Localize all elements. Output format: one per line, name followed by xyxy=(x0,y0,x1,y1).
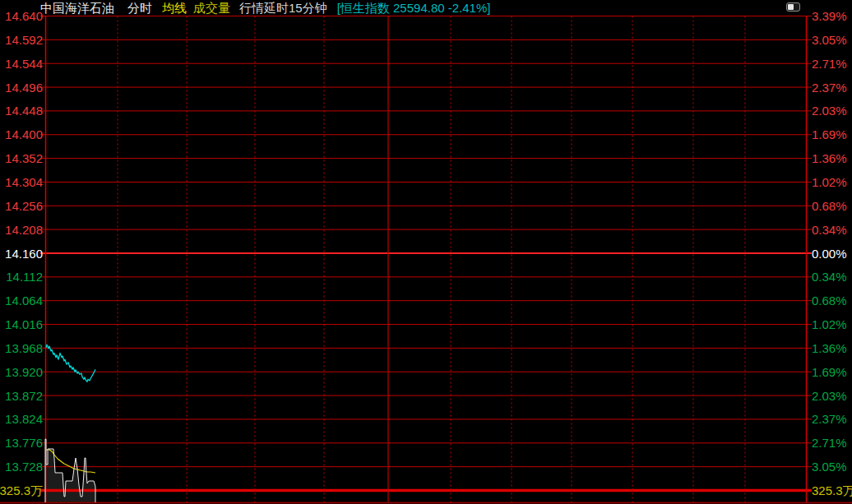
pct-axis-label: 2.71% xyxy=(812,57,847,71)
price-axis-label: 14.352 xyxy=(5,151,43,165)
pct-axis-label: 0.34% xyxy=(812,223,847,237)
pct-axis-label: 1.36% xyxy=(812,151,847,165)
price-axis-label: 14.592 xyxy=(5,33,43,47)
price-axis-label: 13.776 xyxy=(5,436,43,450)
volume-scale-label-left: 325.3万 xyxy=(0,483,43,497)
pct-axis-label: 0.68% xyxy=(812,199,847,213)
pct-axis-label: 0.68% xyxy=(812,294,847,307)
price-axis-label: 14.064 xyxy=(5,294,43,307)
price-axis-label: 14.160 xyxy=(5,247,43,261)
price-axis-label: 14.448 xyxy=(5,104,43,118)
timeshare-chart[interactable]: 14.64014.59214.54414.49614.44814.40014.3… xyxy=(0,0,852,504)
pct-axis-label: 2.03% xyxy=(812,104,847,118)
price-axis-label: 14.640 xyxy=(5,9,43,23)
price-axis-label: 14.304 xyxy=(5,175,43,189)
price-axis-label: 13.872 xyxy=(5,389,43,403)
pct-axis-label: 3.05% xyxy=(812,33,847,47)
price-axis-label: 14.016 xyxy=(5,317,43,331)
price-axis-label: 14.256 xyxy=(5,199,43,213)
pct-axis-label: 2.37% xyxy=(812,81,847,95)
minute-price-line xyxy=(46,344,95,381)
pct-axis-label: 3.05% xyxy=(812,460,847,474)
pct-axis-label: 1.02% xyxy=(812,175,847,189)
pct-axis-label: 0.00% xyxy=(812,247,847,261)
price-axis-label: 14.544 xyxy=(5,57,43,71)
price-axis-label: 13.824 xyxy=(5,412,43,426)
stock-timeshare-screen: 中国海洋石油 分时 均线 成交量 行情延时15分钟 [恒生指数 25594.80… xyxy=(0,0,852,504)
pct-axis-label: 2.37% xyxy=(812,412,847,426)
pct-axis-label: 1.36% xyxy=(812,341,847,355)
pct-axis-label: 1.69% xyxy=(812,365,847,379)
price-axis-label: 13.968 xyxy=(5,341,43,355)
price-axis-label: 13.920 xyxy=(5,365,43,379)
pct-axis-label: 2.03% xyxy=(812,389,847,403)
pct-axis-label: 1.02% xyxy=(812,317,847,331)
price-axis-label: 14.400 xyxy=(5,127,43,141)
price-axis-label: 14.208 xyxy=(5,223,43,237)
pct-axis-label: 3.39% xyxy=(812,9,847,23)
price-axis-label: 14.496 xyxy=(5,81,43,95)
price-axis-label: 13.728 xyxy=(5,460,43,474)
pct-axis-label: 0.34% xyxy=(812,270,847,284)
pct-axis-label: 1.69% xyxy=(812,127,847,141)
pct-axis-label: 2.71% xyxy=(812,436,847,450)
price-axis-label: 14.112 xyxy=(6,270,43,284)
volume-scale-label-right: 325.3万 xyxy=(812,483,852,497)
